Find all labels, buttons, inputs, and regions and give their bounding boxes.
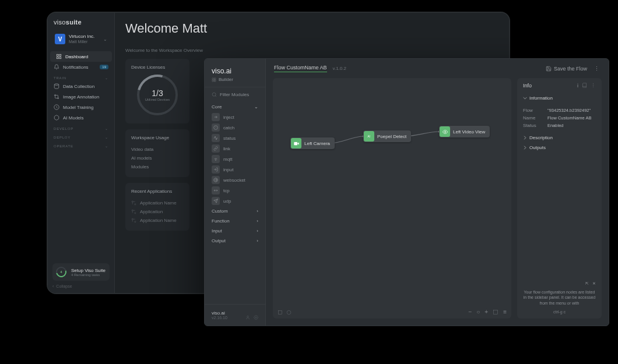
node-left-camera[interactable]: Left Camera xyxy=(290,137,335,149)
svg-point-28 xyxy=(444,131,445,132)
usage-row: AI models xyxy=(131,154,184,162)
nav-ai-models[interactable]: AI Models xyxy=(48,112,114,123)
alert-icon xyxy=(212,123,220,132)
zoom-reset-icon[interactable]: ○ xyxy=(476,309,480,315)
nav-dashboard[interactable]: Dashboard xyxy=(50,51,112,62)
recent-card: Recent Applications Application Name App… xyxy=(125,183,189,231)
save-button[interactable]: Save the Flow xyxy=(546,66,587,72)
zoom-in-icon[interactable]: + xyxy=(484,309,488,315)
filter-input[interactable]: Filter Modules xyxy=(205,87,265,102)
chevron-down-icon xyxy=(523,96,527,100)
nav-dashboard-label: Dashboard xyxy=(65,54,88,59)
group-input[interactable]: Input› xyxy=(205,226,265,236)
setup-title: Setup Viso Suite xyxy=(71,268,106,273)
group-custom[interactable]: Custom› xyxy=(205,206,265,216)
svg-point-20 xyxy=(247,316,249,317)
svg-point-32 xyxy=(593,84,594,84)
pin-icon[interactable]: ⇱ xyxy=(585,281,589,286)
search-icon xyxy=(212,92,217,97)
module-inject[interactable]: inject xyxy=(205,112,265,122)
section-deploy[interactable]: DEPLOY⌄ xyxy=(48,132,114,140)
menu-dots-icon[interactable]: ⋮ xyxy=(593,66,601,72)
book-icon[interactable] xyxy=(582,83,587,88)
module-websocket[interactable]: websocket xyxy=(205,175,265,185)
svg-rect-15 xyxy=(215,80,216,81)
brand: visosuite xyxy=(48,13,114,29)
org-logo: V xyxy=(55,34,65,44)
zoom-out-icon[interactable]: − xyxy=(468,309,472,315)
info-kbd: ctrl-g c xyxy=(523,310,596,314)
section-description[interactable]: Description xyxy=(517,133,602,143)
info-value: Flow CustomName AB xyxy=(547,115,591,121)
usage-row: Modules xyxy=(131,162,184,171)
section-develop[interactable]: DEVELOP⌄ xyxy=(48,123,114,132)
nav-model-training[interactable]: Model Training xyxy=(48,102,114,112)
info-panel: Info i Information Flow"93425324.b239249… xyxy=(517,78,602,319)
info-key: Status xyxy=(523,123,543,128)
group-function[interactable]: Function› xyxy=(205,216,265,226)
svg-point-9 xyxy=(135,213,136,214)
nav-notifications-label: Notifications xyxy=(63,65,89,70)
chevron-right-icon: › xyxy=(257,208,258,214)
flow-canvas[interactable]: Left Camera AI Poepel Detect Left Video … xyxy=(273,78,511,319)
nav-notifications[interactable]: Notifications 19 xyxy=(48,62,114,72)
settings-icon[interactable] xyxy=(254,315,258,320)
section-train[interactable]: TRAIN⌄ xyxy=(48,72,114,81)
module-mqtt[interactable]: mqtt xyxy=(205,154,265,164)
app-row[interactable]: Application Name xyxy=(131,199,184,207)
setup-card[interactable]: 4 Setup Viso Suite 4 Remaining tasks xyxy=(52,263,110,281)
info-title: Info xyxy=(523,83,532,89)
login-icon xyxy=(212,165,220,174)
flow-version: v.1.0.2 xyxy=(333,66,346,71)
section-information[interactable]: Information xyxy=(517,93,602,103)
flow-name[interactable]: Flow CustomName AB xyxy=(274,65,327,72)
camera-icon xyxy=(291,138,301,149)
circle-icon[interactable] xyxy=(286,310,292,315)
user-icon[interactable] xyxy=(245,315,250,320)
builder-header: Flow CustomName AB v.1.0.2 Save the Flow… xyxy=(266,59,609,78)
menu-icon[interactable]: ≡ xyxy=(503,309,507,315)
node-people-detect[interactable]: AI Poepel Detect xyxy=(363,130,411,142)
module-tcp[interactable]: tcp xyxy=(205,185,265,196)
info-key: Name xyxy=(523,115,543,121)
group-output[interactable]: Output› xyxy=(205,236,265,246)
chevron-down-icon: ⌄ xyxy=(105,144,108,148)
module-status[interactable]: status xyxy=(205,133,265,143)
svg-text:AI: AI xyxy=(367,135,370,138)
bell-icon xyxy=(54,64,59,70)
org-switcher[interactable]: V Virtucon Inc. Matt Miller ⌄ xyxy=(52,31,110,47)
map-icon[interactable] xyxy=(493,309,498,315)
card-title: Recent Applications xyxy=(131,189,184,194)
org-name: Virtucon Inc. xyxy=(69,34,94,40)
more-vertical-icon[interactable] xyxy=(591,83,596,88)
square-icon[interactable] xyxy=(278,310,283,315)
link-icon xyxy=(212,144,220,153)
module-udp[interactable]: udp xyxy=(205,196,265,206)
app-row[interactable]: Application Name xyxy=(131,216,184,225)
module-link[interactable]: link xyxy=(205,143,265,154)
collapse-button[interactable]: ‹ Collapse xyxy=(52,281,110,288)
chevron-down-icon: ⌄ xyxy=(105,76,108,80)
section-outputs[interactable]: Outputs xyxy=(517,143,602,153)
footer-brand: viso.ai xyxy=(212,310,227,316)
send-icon xyxy=(212,197,220,205)
chevron-right-icon xyxy=(523,146,527,150)
nav-data-collection[interactable]: Data Collection xyxy=(48,81,114,91)
node-left-video-view[interactable]: Left Video View xyxy=(439,126,490,137)
nav-image-annotation[interactable]: Image Annotation xyxy=(48,91,114,102)
info-value: "93425324.b2392492" xyxy=(547,108,591,113)
close-icon[interactable]: ✕ xyxy=(592,281,596,286)
group-core[interactable]: Core⌄ xyxy=(205,102,265,112)
org-user: Matt Miller xyxy=(69,40,94,44)
info-icon[interactable]: i xyxy=(577,83,578,89)
section-operate[interactable]: OPERATE⌄ xyxy=(48,140,114,149)
app-row[interactable]: Application xyxy=(131,207,184,216)
chevron-left-icon: ‹ xyxy=(52,284,54,288)
filter-placeholder: Filter Modules xyxy=(220,92,249,97)
crop-icon xyxy=(54,94,59,100)
wires xyxy=(273,78,511,319)
svg-rect-13 xyxy=(215,78,216,79)
info-note: Your flow configuration nodes are listed… xyxy=(523,289,596,306)
module-catch[interactable]: catch xyxy=(205,122,265,133)
module-input[interactable]: input xyxy=(205,164,265,175)
